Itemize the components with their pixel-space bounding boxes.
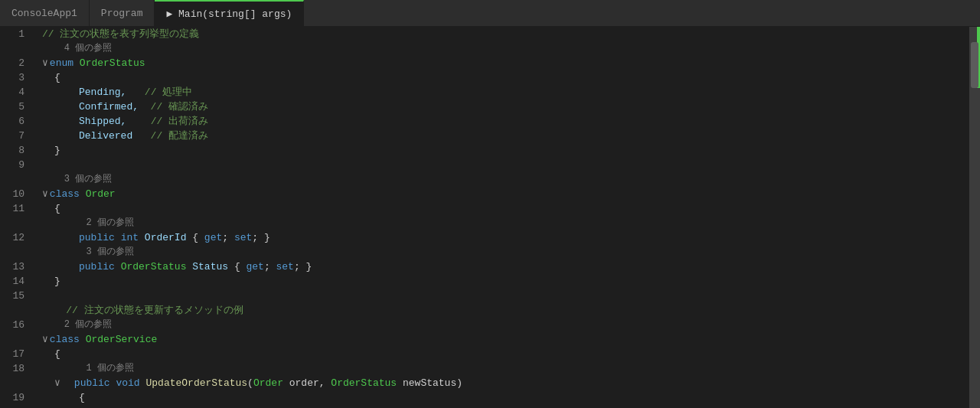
code-line-4: Pending, // 処理中 <box>42 85 969 100</box>
code-line-12: public int OrderId { get; set; } <box>42 230 969 245</box>
code-line-11: { <box>42 201 969 216</box>
tab-label-2: Program <box>101 8 143 19</box>
code-line-9 <box>42 158 969 172</box>
code-line-19: ∨public void UpdateOrderStatus(Order ord… <box>42 376 969 390</box>
ref-count-6: 1 個の参照 <box>42 361 969 376</box>
tab-main[interactable]: ▶ Main(string[] args) <box>155 0 304 27</box>
code-line-20: { <box>42 390 969 405</box>
code-line-6: Shipped, // 出荷済み <box>42 114 969 129</box>
code-line-8: } <box>42 143 969 158</box>
code-line-16: // 注文の状態を更新するメソッドの例 <box>42 303 969 318</box>
ref-count-3: 2 個の参照 <box>42 216 969 230</box>
tab-program[interactable]: Program <box>90 0 155 27</box>
vertical-scrollbar[interactable] <box>969 27 980 408</box>
line-numbers: 1 2 3 4 5 6 7 8 9 10 11 12 13 14 15 16 1… <box>0 27 38 408</box>
code-area: 1 2 3 4 5 6 7 8 9 10 11 12 13 14 15 16 1… <box>0 27 980 408</box>
code-line-14: } <box>42 274 969 289</box>
ref-count-1: 4 個の参照 <box>42 41 969 56</box>
ref-count-2: 3 個の参照 <box>42 172 969 187</box>
code-line-3: { <box>42 70 969 85</box>
code-line-5: Confirmed, // 確認済み <box>42 100 969 114</box>
ref-count-5: 2 個の参照 <box>42 318 969 332</box>
code-line-10: ∨class Order <box>42 187 969 201</box>
code-line-18: { <box>42 347 969 361</box>
tab-label-1: ConsoleApp1 <box>11 8 77 19</box>
code-line-1: // 注文の状態を表す列挙型の定義 <box>42 27 969 41</box>
scrollbar-thumb[interactable] <box>971 42 978 88</box>
tab-label-3: ▶ Main(string[] args) <box>166 8 292 20</box>
code-line-13: public OrderStatus Status { get; set; } <box>42 259 969 274</box>
code-line-2: ∨enum OrderStatus <box>42 56 969 70</box>
code-line-21: order.Status = newStatus; <box>42 405 969 408</box>
code-content: // 注文の状態を表す列挙型の定義 4 個の参照 ∨enum OrderStat… <box>38 27 969 408</box>
tab-bar: ConsoleApp1 Program ▶ Main(string[] args… <box>0 0 980 27</box>
editor-container: ConsoleApp1 Program ▶ Main(string[] args… <box>0 0 980 408</box>
code-line-7: Delivered // 配達済み <box>42 129 969 143</box>
tab-consoleapp1[interactable]: ConsoleApp1 <box>0 0 90 27</box>
code-line-15 <box>42 289 969 303</box>
code-line-17: ∨class OrderService <box>42 332 969 347</box>
ref-count-4: 3 個の参照 <box>42 245 969 259</box>
